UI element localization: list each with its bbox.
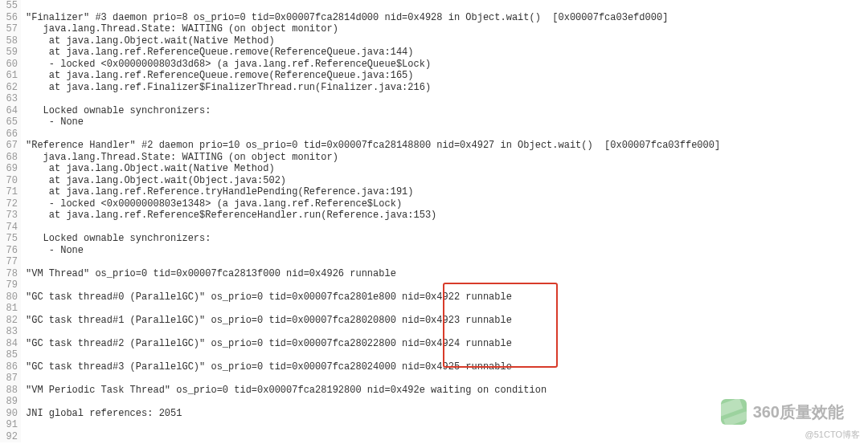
code-line: at java.lang.ref.Reference$ReferenceHand… (26, 210, 868, 222)
code-line: at java.lang.Object.wait(Object.java:502… (26, 175, 868, 187)
code-line: java.lang.Thread.State: WAITING (on obje… (26, 152, 868, 164)
code-line: "GC task thread#2 (ParallelGC)" os_prio=… (26, 338, 868, 350)
line-number: 60 (0, 59, 18, 71)
line-number: 89 (0, 396, 18, 408)
line-number: 84 (0, 338, 18, 350)
code-line: "VM Periodic Task Thread" os_prio=0 tid=… (26, 385, 868, 397)
code-line: - locked <0x0000000803d3d68> (a java.lan… (26, 59, 868, 71)
line-number: 74 (0, 222, 18, 234)
line-number: 69 (0, 163, 18, 175)
code-line: at java.lang.ref.ReferenceQueue.remove(R… (26, 47, 868, 59)
code-line (26, 93, 868, 105)
code-line (26, 279, 868, 291)
code-line (26, 431, 868, 443)
code-line: at java.lang.Object.wait(Native Method) (26, 35, 868, 47)
code-line: - None (26, 245, 868, 257)
code-line: "GC task thread#0 (ParallelGC)" os_prio=… (26, 291, 868, 303)
line-number: 82 (0, 315, 18, 327)
code-line: at java.lang.ref.ReferenceQueue.remove(R… (26, 70, 868, 82)
code-line: "Finalizer" #3 daemon prio=8 os_prio=0 t… (26, 12, 868, 24)
watermark-secondary: @51CTO博客 (805, 429, 860, 441)
line-number: 57 (0, 23, 18, 35)
line-number: 91 (0, 419, 18, 431)
code-line: "VM Thread" os_prio=0 tid=0x00007fca2813… (26, 268, 868, 280)
line-number: 86 (0, 361, 18, 373)
code-line (26, 303, 868, 315)
code-line (26, 128, 868, 141)
line-number: 81 (0, 303, 18, 315)
code-line: - None (26, 116, 868, 128)
code-line (26, 256, 868, 268)
code-content[interactable]: "Finalizer" #3 daemon prio=8 os_prio=0 t… (21, 0, 868, 442)
code-line: at java.lang.ref.Finalizer$FinalizerThre… (26, 82, 868, 94)
line-number: 65 (0, 116, 18, 128)
line-number: 79 (0, 279, 18, 291)
code-line: - locked <0x0000000803e1348> (a java.lan… (26, 198, 868, 210)
code-line: java.lang.Thread.State: WAITING (on obje… (26, 23, 868, 35)
line-number: 72 (0, 198, 18, 210)
line-number: 92 (0, 431, 18, 443)
line-number: 77 (0, 256, 18, 268)
line-number: 76 (0, 245, 18, 257)
line-number: 66 (0, 128, 18, 141)
line-number: 85 (0, 349, 18, 361)
watermark-primary: 360质量效能 (721, 399, 844, 425)
line-number: 58 (0, 35, 18, 47)
code-line: Locked ownable synchronizers: (26, 233, 868, 245)
line-number: 55 (0, 0, 18, 12)
code-line: at java.lang.Object.wait(Native Method) (26, 163, 868, 175)
line-number: 83 (0, 326, 18, 338)
code-line (26, 0, 868, 12)
code-line: "GC task thread#1 (ParallelGC)" os_prio=… (26, 315, 868, 327)
line-number: 64 (0, 105, 18, 117)
wechat-icon (721, 399, 747, 425)
line-number: 68 (0, 152, 18, 164)
code-line: "Reference Handler" #2 daemon prio=10 os… (26, 140, 868, 152)
line-number: 75 (0, 233, 18, 245)
line-number: 70 (0, 175, 18, 187)
code-editor: 5556575859606162636465666768697071727374… (0, 0, 868, 442)
code-line: "GC task thread#3 (ParallelGC)" os_prio=… (26, 361, 868, 373)
line-number: 78 (0, 268, 18, 280)
line-number: 80 (0, 291, 18, 303)
line-number: 88 (0, 385, 18, 397)
line-number: 73 (0, 210, 18, 222)
watermark-text: 360质量效能 (753, 401, 844, 423)
code-line (26, 349, 868, 361)
line-number: 56 (0, 12, 18, 24)
line-number: 87 (0, 373, 18, 385)
line-number: 59 (0, 47, 18, 59)
code-line (26, 222, 868, 234)
line-number: 61 (0, 70, 18, 82)
code-line: Locked ownable synchronizers: (26, 105, 868, 117)
line-number: 67 (0, 140, 18, 152)
line-number: 90 (0, 408, 18, 420)
line-number: 62 (0, 82, 18, 94)
code-line (26, 373, 868, 385)
line-number: 71 (0, 186, 18, 198)
line-number-gutter: 5556575859606162636465666768697071727374… (0, 0, 21, 442)
code-line (26, 326, 868, 338)
line-number: 63 (0, 93, 18, 105)
code-line: at java.lang.ref.Reference.tryHandlePend… (26, 186, 868, 198)
